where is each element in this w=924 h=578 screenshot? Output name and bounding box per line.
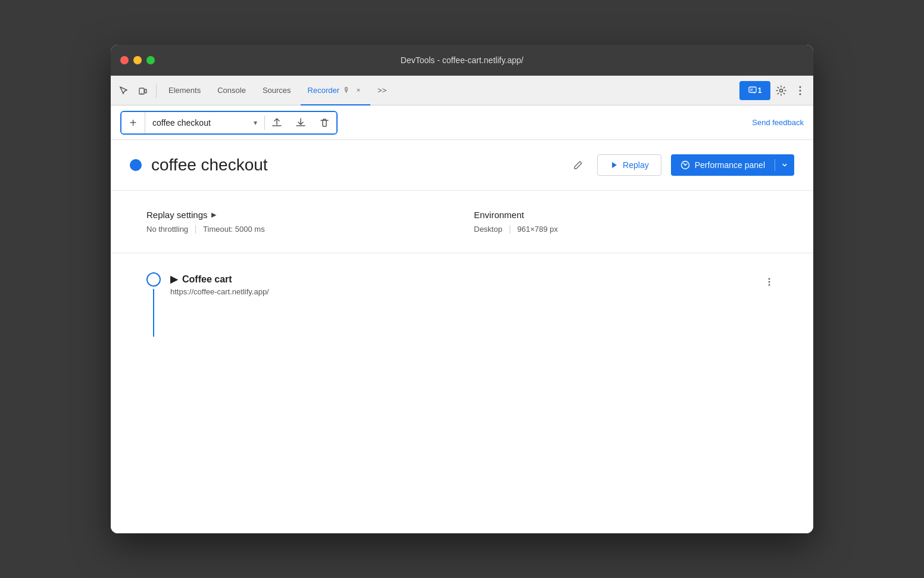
- recording-title: coffee checkout: [151, 156, 559, 175]
- recording-status-indicator: [130, 159, 142, 171]
- maximize-button[interactable]: [146, 56, 155, 64]
- environment-title: Environment: [474, 210, 778, 220]
- more-tabs-button[interactable]: >>: [373, 82, 391, 99]
- recorder-toolbar-inner: + coffee checkout ▾: [120, 111, 338, 135]
- close-button[interactable]: [120, 56, 129, 64]
- devtools-settings-button[interactable]: [773, 82, 789, 99]
- delete-recording-button[interactable]: [313, 112, 336, 133]
- replay-settings-expand-icon: ▶: [211, 211, 216, 219]
- feedback-button[interactable]: 1: [739, 81, 770, 100]
- add-recording-button[interactable]: +: [121, 112, 145, 133]
- svg-point-12: [685, 164, 686, 166]
- environment-value-divider: [510, 225, 510, 234]
- svg-point-7: [800, 86, 801, 88]
- device-mode-button[interactable]: [135, 82, 151, 99]
- steps-section: ▶ Coffee cart https://coffee-cart.netlif…: [111, 253, 813, 356]
- replay-settings-values: No throttling Timeout: 5000 ms: [146, 225, 450, 234]
- step-timeline: [146, 272, 161, 337]
- svg-point-6: [780, 89, 783, 92]
- step-expand-icon: ▶: [170, 274, 177, 285]
- svg-rect-1: [145, 89, 146, 93]
- svg-point-14: [769, 281, 770, 283]
- step-content: ▶ Coffee cart https://coffee-cart.netlif…: [170, 272, 751, 296]
- step-circle: [146, 272, 161, 287]
- svg-marker-10: [612, 162, 617, 168]
- settings-value-divider: [195, 225, 196, 234]
- step-url: https://coffee-cart.netlify.app/: [170, 287, 751, 296]
- export-recording-button[interactable]: [265, 112, 289, 133]
- minimize-button[interactable]: [133, 56, 142, 64]
- environment-group: Environment Desktop 961×789 px: [474, 210, 778, 234]
- svg-point-15: [769, 284, 770, 286]
- edit-recording-name-button[interactable]: [569, 156, 588, 175]
- send-feedback-link[interactable]: Send feedback: [752, 118, 804, 127]
- inspect-element-button[interactable]: [116, 82, 132, 99]
- recording-name-label: coffee checkout: [152, 118, 249, 128]
- recorder-toolbar: + coffee checkout ▾: [111, 105, 813, 140]
- recorder-tab-close-button[interactable]: ×: [354, 85, 363, 95]
- settings-section: Replay settings ▶ No throttling Timeout:…: [111, 191, 813, 253]
- svg-point-8: [800, 89, 801, 91]
- devtools-window: DevTools - coffee-cart.netlify.app/ Elem…: [111, 45, 813, 533]
- dropdown-arrow-icon: ▾: [254, 119, 257, 127]
- svg-point-13: [769, 278, 770, 280]
- environment-values: Desktop 961×789 px: [474, 225, 778, 234]
- title-bar: DevTools - coffee-cart.netlify.app/: [111, 45, 813, 76]
- recorder-pin-icon: 🎙: [343, 86, 350, 94]
- svg-point-9: [800, 93, 801, 95]
- performance-panel-button[interactable]: Performance panel: [671, 154, 794, 176]
- window-title: DevTools - coffee-cart.netlify.app/: [401, 55, 523, 65]
- recording-header: coffee checkout Replay: [111, 140, 813, 191]
- devtools-toolbar: Elements Console Sources Recorder 🎙 × >>…: [111, 76, 813, 105]
- tab-elements[interactable]: Elements: [161, 76, 208, 105]
- replay-settings-title[interactable]: Replay settings ▶: [146, 210, 450, 220]
- step-line: [153, 289, 154, 337]
- svg-point-2: [141, 92, 142, 93]
- performance-panel-dropdown[interactable]: [775, 154, 794, 176]
- table-row: ▶ Coffee cart https://coffee-cart.netlif…: [146, 272, 778, 337]
- devtools-more-button[interactable]: [792, 82, 808, 99]
- step-more-options-button[interactable]: [761, 274, 778, 290]
- tab-sources[interactable]: Sources: [255, 76, 298, 105]
- recorder-content: coffee checkout Replay: [111, 140, 813, 533]
- svg-rect-3: [749, 87, 756, 92]
- traffic-lights: [120, 56, 155, 64]
- tab-recorder[interactable]: Recorder 🎙 ×: [301, 76, 370, 105]
- import-recording-button[interactable]: [289, 112, 313, 133]
- tab-console[interactable]: Console: [210, 76, 253, 105]
- step-title[interactable]: ▶ Coffee cart: [170, 274, 751, 285]
- performance-panel-main: Performance panel: [671, 154, 775, 176]
- recording-dropdown[interactable]: coffee checkout ▾: [145, 112, 264, 133]
- toolbar-divider-1: [156, 83, 157, 98]
- replay-button[interactable]: Replay: [597, 154, 661, 176]
- replay-settings-group: Replay settings ▶ No throttling Timeout:…: [146, 210, 450, 234]
